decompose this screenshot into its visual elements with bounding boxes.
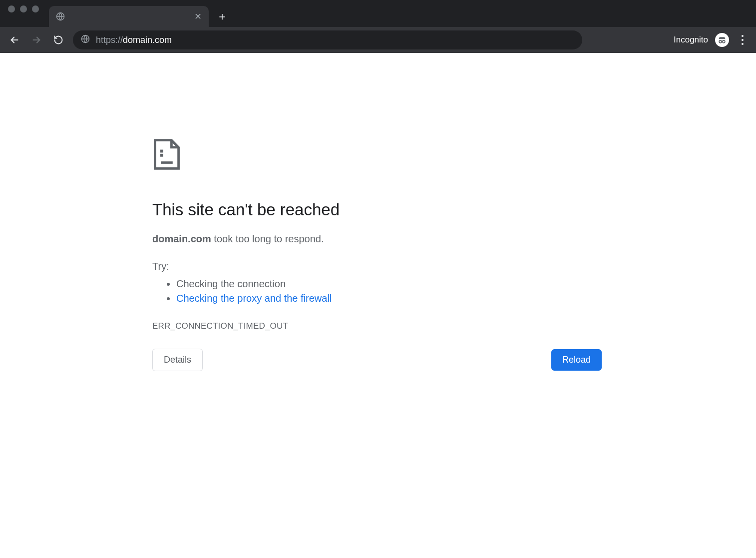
svg-point-2	[719, 40, 722, 43]
url-text: https://domain.com	[96, 35, 172, 45]
back-button[interactable]	[7, 32, 22, 47]
toolbar-right: Incognito	[674, 33, 749, 47]
globe-icon	[56, 12, 65, 21]
window-maximize-dot[interactable]	[32, 5, 39, 12]
error-content: This site can't be reached domain.com to…	[152, 138, 602, 331]
url-host: domain.com	[123, 35, 172, 45]
try-label: Try:	[152, 261, 602, 272]
suggestion-check-proxy-firewall[interactable]: Checking the proxy and the firewall	[176, 293, 602, 304]
sad-file-icon	[152, 138, 602, 173]
error-button-row: Details Reload	[152, 349, 602, 371]
forward-button[interactable]	[29, 32, 44, 47]
reload-toolbar-button[interactable]	[51, 32, 66, 47]
incognito-label: Incognito	[674, 35, 708, 45]
address-bar[interactable]: https://domain.com	[73, 30, 582, 49]
window-minimize-dot[interactable]	[20, 5, 27, 12]
error-message-suffix: took too long to respond.	[211, 233, 324, 244]
svg-rect-6	[161, 161, 173, 164]
tab-strip: ✕ ＋	[0, 0, 756, 27]
svg-rect-4	[160, 150, 163, 153]
svg-rect-5	[160, 154, 163, 157]
new-tab-button[interactable]: ＋	[214, 8, 231, 25]
toolbar: https://domain.com Incognito	[0, 27, 756, 53]
close-tab-icon[interactable]: ✕	[194, 12, 202, 21]
site-info-icon[interactable]	[81, 34, 90, 46]
reload-button[interactable]: Reload	[551, 349, 602, 371]
suggestion-check-connection: Checking the connection	[176, 278, 602, 290]
window-close-dot[interactable]	[8, 5, 15, 12]
error-code: ERR_CONNECTION_TIMED_OUT	[152, 321, 602, 331]
error-message: domain.com took too long to respond.	[152, 233, 602, 245]
suggestion-list: Checking the connection Checking the pro…	[152, 278, 602, 304]
browser-tab[interactable]: ✕	[49, 6, 209, 27]
browser-chrome: ✕ ＋ https://domain.com Incognito	[0, 0, 756, 53]
error-title: This site can't be reached	[152, 200, 602, 219]
error-domain: domain.com	[152, 233, 211, 244]
incognito-icon[interactable]	[715, 33, 729, 47]
browser-menu-button[interactable]	[736, 35, 749, 45]
url-scheme: https://	[96, 35, 123, 45]
page-content: This site can't be reached domain.com to…	[0, 53, 756, 558]
svg-point-3	[723, 40, 725, 43]
details-button[interactable]: Details	[152, 349, 203, 371]
window-controls[interactable]	[5, 0, 42, 27]
